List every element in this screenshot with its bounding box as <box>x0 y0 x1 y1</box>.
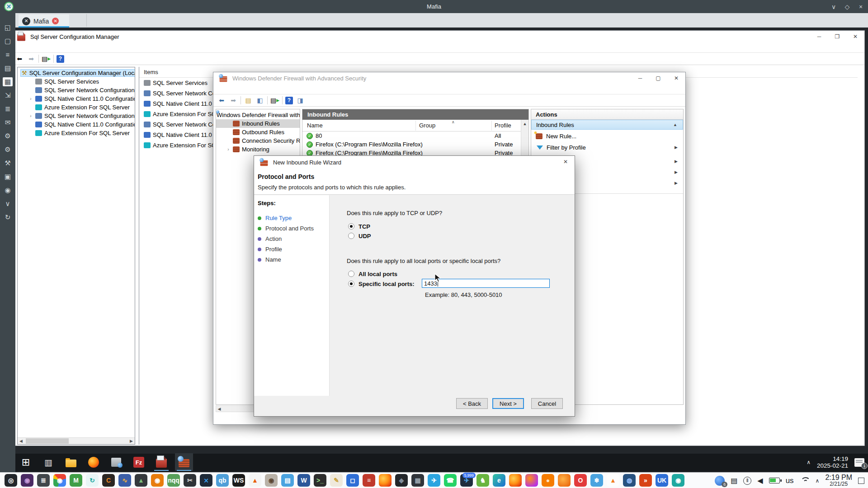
file-explorer-icon[interactable] <box>65 456 77 468</box>
vm-clock[interactable]: 14:19 2025-02-21 <box>817 455 848 469</box>
scroll-thumb[interactable] <box>26 438 69 444</box>
whatsapp-icon[interactable]: ☎ <box>444 474 457 487</box>
scroll-up-icon[interactable]: ▲ <box>521 120 528 126</box>
tray-expand-icon[interactable]: ∧ <box>816 478 820 484</box>
tor-browser-icon[interactable]: ◉ <box>21 474 33 487</box>
filezilla-icon[interactable]: Fz <box>133 456 145 468</box>
wizard-step[interactable]: Protocol and Ports <box>258 223 329 234</box>
keyboard-layout[interactable]: us <box>786 476 794 485</box>
settings-sliders-icon[interactable]: ≣ <box>37 474 50 487</box>
copy-icon[interactable]: ▣ <box>3 172 13 181</box>
dark-app-icon[interactable]: ◆ <box>395 474 408 487</box>
scroll-right-icon[interactable]: ▶ <box>128 438 135 444</box>
tray-app-badged-icon[interactable]: 6 <box>715 476 725 486</box>
red-reader-icon[interactable]: ≡ <box>363 474 375 487</box>
globe-app-icon[interactable]: ◉ <box>672 474 684 487</box>
screenshot-tool-icon[interactable]: ✂ <box>184 474 196 487</box>
cone-app-icon[interactable]: ▲ <box>607 474 619 487</box>
sscm-close-button[interactable]: ✕ <box>846 31 864 42</box>
vlc-icon[interactable]: ▲ <box>249 474 261 487</box>
fullscreen-icon[interactable]: ▢ <box>3 37 13 46</box>
firefox-icon[interactable] <box>88 456 99 468</box>
forward-icon[interactable]: ➡ <box>27 54 36 63</box>
sscm-restore-button[interactable]: ❐ <box>828 31 846 42</box>
blender-icon[interactable]: ◉ <box>151 474 164 487</box>
camera-icon[interactable]: ◉ <box>3 186 13 195</box>
wizard-step[interactable]: Profile <box>258 244 329 254</box>
grid-view-icon[interactable]: ▦ <box>3 77 13 86</box>
scroll-left-icon[interactable]: ◀ <box>18 438 24 444</box>
mail-icon[interactable]: ✉ <box>3 118 13 127</box>
wizard-step[interactable]: Action <box>258 234 329 244</box>
task-view-button[interactable]: ▥ <box>42 456 54 468</box>
chrome-icon[interactable]: ◉ <box>53 474 66 487</box>
sscm-tree-item[interactable]: SQL Server Services <box>18 77 135 86</box>
cancel-button[interactable]: Cancel <box>531 398 563 409</box>
cat-app-icon[interactable]: C <box>102 474 115 487</box>
tab-close-icon[interactable]: ✕ <box>52 18 59 24</box>
firewall-tree-item[interactable]: Inbound Rules <box>216 119 300 128</box>
properties-icon[interactable]: ▤ <box>244 96 253 105</box>
firewall-tree-item[interactable]: Connection Security Rules <box>216 136 300 145</box>
back-icon[interactable]: ⬅ <box>15 54 24 63</box>
host-clock[interactable]: 2:19 PM 2/21/25 <box>825 474 852 488</box>
telegram-icon[interactable]: ✈ <box>428 474 440 487</box>
firefox-dev-icon[interactable] <box>525 474 538 487</box>
refresh-icon[interactable]: ↻ <box>3 213 13 222</box>
image-viewer-icon[interactable]: ▲ <box>135 474 147 487</box>
tab-mafia[interactable]: ✕ Mafia ✕ <box>19 14 69 28</box>
wizard-step[interactable]: Rule Type <box>258 213 329 223</box>
blue-app-icon[interactable]: ◻ <box>346 474 359 487</box>
client-collapse-button[interactable]: ∨ <box>829 3 838 10</box>
show-desktop-button[interactable] <box>858 478 864 484</box>
tray-expand-icon[interactable]: ∧ <box>807 459 811 465</box>
opera-icon[interactable]: O <box>574 474 587 487</box>
client-close-button[interactable]: × <box>856 3 865 10</box>
volume-icon[interactable]: ◀ <box>757 476 763 485</box>
obs-icon[interactable]: ◎ <box>5 474 17 487</box>
gimp-icon[interactable]: ◉ <box>265 474 278 487</box>
80[interactable]: ✓ 80 All <box>302 131 521 140</box>
screen-fit-icon[interactable]: ◱ <box>3 23 13 32</box>
firewall-titlebar[interactable]: Windows Defender Firewall with Advanced … <box>213 72 685 84</box>
all-ports-radio[interactable] <box>348 271 354 277</box>
sscm-tree-item[interactable]: Azure Extension For SQL Server <box>18 103 135 112</box>
writer-doc-icon[interactable]: ▤ <box>281 474 294 487</box>
export-icon[interactable]: ▤ <box>3 64 13 73</box>
sscm-tree-item[interactable]: › SQL Server Network Configuration <box>18 112 135 120</box>
action-filter-by-profile[interactable]: Filter by Profile ▶ <box>531 142 683 152</box>
orange-app-2-icon[interactable] <box>558 474 571 487</box>
sscm-tree-root[interactable]: ⚒ SQL Server Configuration Manager (Loca… <box>18 69 135 77</box>
Firefox (C:\Program Files\Mozilla Firefox)[interactable]: ✓ Firefox (C:\Program Files\Mozilla Fire… <box>302 140 521 149</box>
menu-icon[interactable]: ≡ <box>3 50 13 59</box>
list-icon[interactable]: ≣ <box>3 104 13 113</box>
resize-icon[interactable]: ⇲ <box>3 91 13 100</box>
client-maximize-button[interactable]: ◇ <box>843 3 852 10</box>
clipboard-icon[interactable]: ▤ <box>731 476 737 485</box>
action-new-rule[interactable]: New Rule... <box>531 131 683 141</box>
audacity-icon[interactable]: ∿ <box>118 474 131 487</box>
firewall-hscrollbar[interactable]: ◀ <box>216 405 254 412</box>
actions-section-inbound-rules[interactable]: Inbound Rules ▲ <box>531 120 683 130</box>
terminal-icon[interactable]: >_ <box>314 474 326 487</box>
sscm-titlebar[interactable]: Sql Server Configuration Manager ─ ❐ ✕ <box>15 31 864 42</box>
chess-app-icon[interactable]: ♞ <box>476 474 489 487</box>
code-editor-icon[interactable]: ⨯ <box>200 474 212 487</box>
tools-icon[interactable]: ⚒ <box>3 159 13 168</box>
uk-keyboard-icon[interactable]: UK <box>656 474 668 487</box>
start-button[interactable]: ⊞ <box>20 456 32 468</box>
sscm-tree-item[interactable]: SQL Native Client 11.0 Configuration <box>18 120 135 129</box>
firewall-tree-item[interactable]: › Monitoring <box>216 145 300 154</box>
telegram-badged-icon[interactable]: ✈5,999 <box>460 474 473 487</box>
settings-gear-icon[interactable]: ⚙ <box>3 131 13 141</box>
pen-editor-icon[interactable]: ✎ <box>330 474 343 487</box>
firewall-tree-root[interactable]: Windows Defender Firewall with <box>216 111 300 119</box>
mastodon-icon[interactable]: M <box>70 474 82 487</box>
show-tree-icon[interactable]: ◧ <box>255 96 264 105</box>
sscm-tree-item[interactable]: › SQL Native Client 11.0 Configuration (… <box>18 94 135 103</box>
column-profile[interactable]: Profile <box>495 122 511 129</box>
file-manager-dark-icon[interactable]: ▦ <box>411 474 424 487</box>
scroll-left-icon[interactable]: ◀ <box>216 406 222 412</box>
back-icon[interactable]: ⬅ <box>217 96 226 105</box>
sscm-tree-item[interactable]: SQL Server Network Configuration (32bit) <box>18 86 135 94</box>
